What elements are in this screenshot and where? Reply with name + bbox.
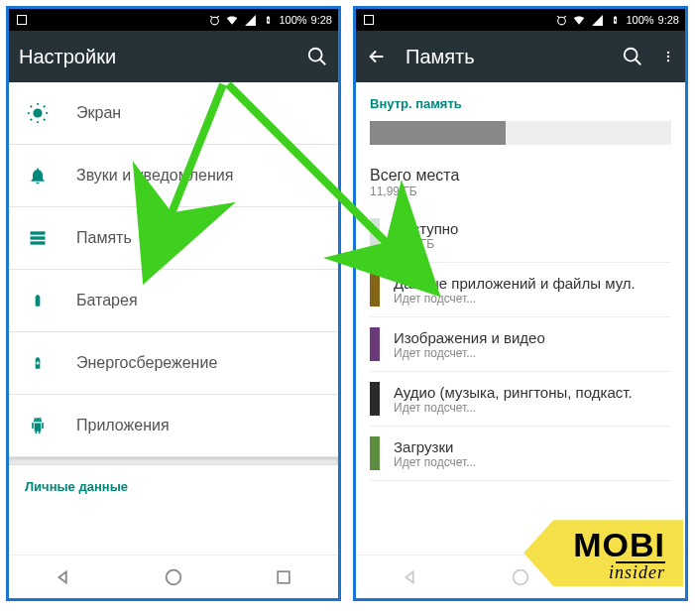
storage-available-sub: 6,63 ГБ bbox=[394, 237, 671, 251]
storage-icon bbox=[27, 227, 49, 249]
color-swatch bbox=[370, 382, 380, 416]
svg-point-20 bbox=[625, 49, 637, 62]
section-divider bbox=[9, 457, 338, 465]
watermark-big: MOBI bbox=[573, 530, 665, 560]
svg-line-11 bbox=[31, 119, 32, 120]
svg-line-12 bbox=[44, 106, 45, 107]
storage-category-sub: Идет подсчет... bbox=[394, 346, 671, 360]
svg-rect-15 bbox=[31, 241, 46, 244]
alarm-icon bbox=[207, 13, 221, 27]
color-swatch bbox=[370, 273, 380, 307]
clock-time: 9:28 bbox=[311, 14, 332, 26]
settings-item-sound[interactable]: Звуки и уведомления bbox=[9, 145, 338, 207]
svg-rect-13 bbox=[31, 231, 46, 234]
phone-settings: 100% 9:28 Настройки Экран Звуки и уведом… bbox=[6, 6, 341, 601]
settings-list: Экран Звуки и уведомления Память Батарея… bbox=[9, 82, 338, 554]
status-bar: 100% 9:28 bbox=[9, 9, 338, 31]
screenshot-icon bbox=[362, 13, 376, 27]
svg-line-10 bbox=[44, 119, 45, 120]
brightness-icon bbox=[27, 102, 49, 124]
nav-back-icon[interactable] bbox=[51, 564, 76, 590]
phone-storage: 100% 9:28 Память Внутр. память Всего мес… bbox=[353, 6, 688, 601]
app-bar: Настройки bbox=[9, 31, 338, 82]
settings-item-label: Экран bbox=[76, 104, 320, 122]
color-swatch bbox=[370, 436, 380, 470]
overflow-menu-icon[interactable] bbox=[661, 46, 675, 67]
settings-item-display[interactable]: Экран bbox=[9, 82, 338, 145]
settings-item-battery[interactable]: Батарея bbox=[9, 270, 338, 332]
battery-icon bbox=[261, 13, 275, 27]
battery-percent: 100% bbox=[626, 14, 653, 26]
svg-point-25 bbox=[514, 569, 528, 584]
watermark-small: insider bbox=[573, 564, 665, 580]
appbar-title: Память bbox=[405, 46, 604, 68]
color-swatch bbox=[370, 327, 380, 361]
color-swatch bbox=[370, 218, 380, 252]
storage-category-sub: Идет подсчет... bbox=[394, 455, 671, 469]
settings-item-power[interactable]: Энергосбережение bbox=[9, 332, 338, 395]
search-icon[interactable] bbox=[622, 46, 643, 67]
storage-category-audio[interactable]: Аудио (музыка, рингтоны, подкаст. Идет п… bbox=[370, 372, 671, 427]
alarm-icon bbox=[554, 13, 568, 27]
storage-section-header: Внутр. память bbox=[370, 82, 671, 121]
settings-item-apps[interactable]: Приложения bbox=[9, 395, 338, 457]
storage-available-title: Доступно bbox=[394, 220, 671, 237]
svg-point-2 bbox=[309, 49, 322, 62]
battery-icon bbox=[608, 13, 622, 27]
signal-icon bbox=[590, 13, 604, 27]
bell-icon bbox=[27, 165, 49, 186]
watermark-badge: MOBI insider bbox=[523, 520, 683, 586]
search-icon[interactable] bbox=[306, 46, 328, 67]
storage-category-sub: Идет подсчет... bbox=[394, 292, 671, 306]
storage-total-sub: 11,99 ГБ bbox=[370, 185, 671, 198]
battery-icon bbox=[27, 290, 49, 311]
svg-point-1 bbox=[211, 17, 219, 25]
svg-rect-0 bbox=[18, 16, 27, 25]
storage-category-title: Изображения и видео bbox=[394, 329, 671, 346]
back-arrow-icon[interactable] bbox=[366, 46, 388, 67]
nav-bar bbox=[9, 554, 338, 598]
settings-item-storage[interactable]: Память bbox=[9, 207, 338, 270]
settings-item-label: Память bbox=[76, 229, 320, 247]
section-header-personal: Личные данные bbox=[9, 465, 338, 498]
storage-available[interactable]: Доступно 6,63 ГБ bbox=[370, 208, 671, 263]
storage-category-title: Данные приложений и файлы мул. bbox=[394, 275, 671, 292]
wifi-icon bbox=[225, 13, 239, 27]
svg-point-24 bbox=[667, 60, 669, 62]
storage-category-title: Загрузки bbox=[394, 438, 671, 455]
status-bar: 100% 9:28 bbox=[356, 9, 685, 31]
svg-point-19 bbox=[558, 17, 566, 25]
svg-point-16 bbox=[167, 569, 181, 584]
svg-rect-14 bbox=[31, 236, 46, 239]
svg-line-9 bbox=[31, 106, 32, 107]
svg-point-22 bbox=[667, 52, 669, 54]
storage-body: Внутр. память Всего места 11,99 ГБ Досту… bbox=[356, 82, 685, 554]
svg-rect-18 bbox=[365, 16, 374, 25]
settings-item-label: Батарея bbox=[76, 292, 320, 309]
nav-back-icon[interactable] bbox=[398, 564, 423, 590]
signal-icon bbox=[243, 13, 257, 27]
settings-item-label: Энергосбережение bbox=[76, 354, 320, 372]
storage-total[interactable]: Всего места 11,99 ГБ bbox=[370, 167, 671, 208]
android-icon bbox=[27, 415, 49, 436]
svg-point-23 bbox=[667, 56, 669, 58]
nav-recent-icon[interactable] bbox=[271, 564, 296, 590]
storage-total-title: Всего места bbox=[370, 167, 671, 185]
storage-category-apps[interactable]: Данные приложений и файлы мул. Идет подс… bbox=[370, 263, 671, 317]
battery-saver-icon bbox=[27, 352, 49, 374]
svg-line-3 bbox=[320, 60, 326, 65]
screenshot-icon bbox=[15, 13, 29, 27]
svg-rect-17 bbox=[278, 571, 290, 583]
appbar-title: Настройки bbox=[19, 46, 289, 68]
storage-usage-bar[interactable] bbox=[370, 121, 671, 145]
wifi-icon bbox=[572, 13, 586, 27]
clock-time: 9:28 bbox=[658, 14, 679, 26]
nav-home-icon[interactable] bbox=[508, 564, 533, 590]
storage-category-images[interactable]: Изображения и видео Идет подсчет... bbox=[370, 317, 671, 372]
settings-item-label: Приложения bbox=[76, 417, 320, 434]
app-bar: Память bbox=[356, 31, 685, 82]
nav-home-icon[interactable] bbox=[161, 564, 186, 590]
storage-category-downloads[interactable]: Загрузки Идет подсчет... bbox=[370, 427, 671, 481]
settings-item-label: Звуки и уведомления bbox=[76, 167, 320, 185]
usage-bar-used bbox=[370, 121, 506, 145]
